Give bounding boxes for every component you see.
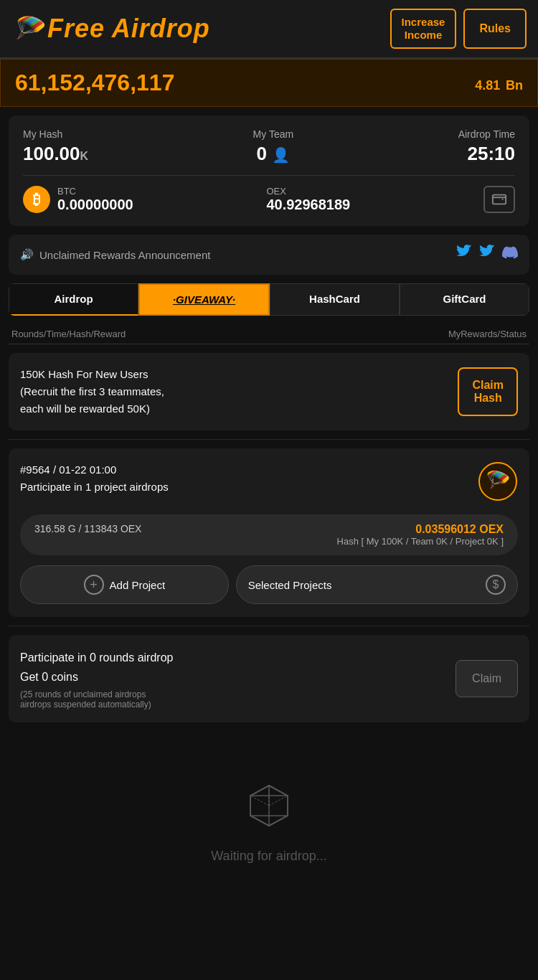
round-datetime: 01-22 01:00 (59, 463, 116, 476)
participate-info: Participate in 0 rounds airdrop Get 0 co… (20, 648, 173, 710)
round-section: #9564 / 01-22 01:00 Participate in 1 pro… (9, 448, 529, 617)
round-header: #9564 / 01-22 01:00 Participate in 1 pro… (20, 461, 518, 504)
participate-line2: Get 0 coins (20, 667, 173, 687)
airdrop-time-value: 25:10 (458, 143, 515, 165)
claim-hash-text: 150K Hash For New Users (Recruit the fir… (20, 366, 458, 418)
claim-hash-button[interactable]: ClaimHash (458, 367, 518, 416)
selected-projects-label: Selected Projects (248, 579, 332, 591)
claim-button[interactable]: Claim (456, 660, 518, 697)
header: 🪂 Free Airdrop Increase Income Rules (0, 0, 538, 59)
cube-icon (243, 780, 295, 834)
my-team-col: My Team 0 👤 (253, 128, 294, 165)
participate-sub: (25 rounds of unclaimed airdropsairdrops… (20, 689, 173, 710)
svg-text:🪂: 🪂 (486, 468, 511, 492)
plus-icon: + (84, 575, 104, 595)
btc-value: 0.00000000 (57, 197, 133, 213)
participate-line1: Participate in 0 rounds airdrop (20, 648, 173, 667)
btc-icon: ₿ (23, 186, 50, 213)
increase-income-button[interactable]: Increase Income (390, 9, 457, 49)
round-time: / (53, 463, 59, 476)
btc-label: BTC (57, 186, 133, 197)
pill-oex-value: 0.03596012 OEX (337, 523, 504, 536)
add-project-button[interactable]: + Add Project (20, 565, 229, 604)
logo: 🪂 Free Airdrop (11, 14, 210, 44)
claim-hash-section: 150K Hash For New Users (Recruit the fir… (9, 353, 529, 430)
social-icons (456, 245, 518, 265)
my-hash-label: My Hash (23, 128, 88, 140)
team-icon: 👤 (272, 147, 290, 163)
round-id-time: #9564 / 01-22 01:00 (20, 461, 169, 479)
divider-1 (9, 439, 529, 440)
pill-hash-value: Hash [ My 100K / Team 0K / Project 0K ] (337, 536, 504, 547)
waiting-text: Waiting for airdrop... (211, 849, 326, 864)
oex-label: OEX (266, 186, 350, 197)
waiting-section: Waiting for airdrop... (0, 737, 538, 907)
discord-icon[interactable] (502, 245, 518, 265)
announce-message: Unclaimed Rewards Announcement (39, 249, 210, 261)
logo-text: Free Airdrop (47, 14, 210, 44)
oex-value: 40.92968189 (266, 197, 350, 213)
logo-icon: 🪂 (11, 14, 44, 44)
tab-airdrop[interactable]: Airdrop (9, 283, 138, 316)
btc-info: BTC 0.00000000 (57, 186, 133, 213)
tab-giveaway[interactable]: ·GIVEAWAY· (138, 283, 270, 316)
info-card: My Hash 100.00K My Team 0 👤 Airdrop Time… (9, 116, 529, 226)
pill-left-value: 316.58 G / 113843 OEX (34, 523, 141, 534)
announce-text: 🔊 Unclaimed Rewards Announcement (20, 248, 210, 261)
my-team-value: 0 👤 (253, 143, 294, 165)
project-buttons: + Add Project Selected Projects $ (20, 565, 518, 604)
rules-button[interactable]: Rules (463, 9, 527, 49)
info-top-row: My Hash 100.00K My Team 0 👤 Airdrop Time… (23, 128, 515, 165)
stats-main-value: 61,152,476,117 (15, 70, 174, 96)
svg-rect-0 (493, 195, 506, 204)
wallet-icon[interactable] (483, 186, 515, 213)
divider-2 (9, 626, 529, 626)
stats-pill: 316.58 G / 113843 OEX 0.03596012 OEX Has… (20, 514, 518, 555)
sub-nav: Rounds/Time/Hash/Reward MyRewards/Status (9, 324, 529, 344)
stats-bar: 61,152,476,117 4.81 Bn (0, 59, 538, 107)
stats-bn-value: 4.81 Bn (475, 72, 523, 95)
header-buttons: Increase Income Rules (390, 9, 527, 49)
stats-bn-unit: Bn (506, 78, 523, 93)
sub-nav-left: Rounds/Time/Hash/Reward (11, 329, 126, 339)
my-team-label: My Team (253, 128, 294, 140)
airdrop-time-label: Airdrop Time (458, 128, 515, 140)
twitter-icon-1[interactable] (456, 245, 472, 265)
stats-bn-number: 4.81 (475, 78, 500, 93)
round-description: Participate in 1 project airdrops (20, 479, 169, 496)
tab-giftcard[interactable]: GiftCard (400, 283, 529, 316)
participate-section: Participate in 0 rounds airdrop Get 0 co… (9, 635, 529, 722)
twitter-icon-2[interactable] (479, 245, 495, 265)
tabs-container: Airdrop ·GIVEAWAY· HashCard GiftCard (9, 283, 529, 316)
tab-hashcard[interactable]: HashCard (270, 283, 400, 316)
add-project-label: Add Project (110, 579, 166, 591)
my-hash-col: My Hash 100.00K (23, 128, 88, 165)
speaker-icon: 🔊 (20, 248, 34, 261)
dollar-icon: $ (486, 575, 506, 595)
round-info: #9564 / 01-22 01:00 Participate in 1 pro… (20, 461, 169, 496)
crypto-row: ₿ BTC 0.00000000 OEX 40.92968189 (23, 175, 515, 213)
airdrop-mascot: 🪂 (478, 461, 518, 504)
svg-line-7 (269, 796, 288, 806)
round-id: #9564 (20, 463, 50, 476)
svg-line-8 (250, 796, 269, 806)
sub-nav-right: MyRewards/Status (448, 329, 527, 339)
oex-section: OEX 40.92968189 (266, 186, 350, 213)
selected-projects-button[interactable]: Selected Projects $ (236, 565, 518, 604)
announcement-bar: 🔊 Unclaimed Rewards Announcement (9, 235, 529, 275)
airdrop-time-col: Airdrop Time 25:10 (458, 128, 515, 165)
btc-section: ₿ BTC 0.00000000 (23, 186, 133, 213)
pill-right: 0.03596012 OEX Hash [ My 100K / Team 0K … (337, 523, 504, 547)
my-hash-value: 100.00K (23, 143, 88, 165)
